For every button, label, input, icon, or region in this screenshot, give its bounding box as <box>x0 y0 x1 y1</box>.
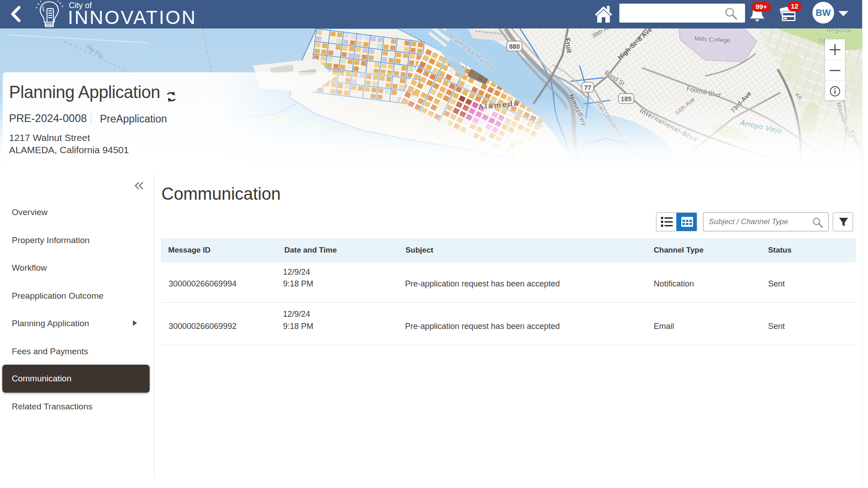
svg-text:77: 77 <box>584 84 591 91</box>
svg-text:Regional: Regional <box>826 28 851 34</box>
svg-text:880: 880 <box>509 43 520 50</box>
